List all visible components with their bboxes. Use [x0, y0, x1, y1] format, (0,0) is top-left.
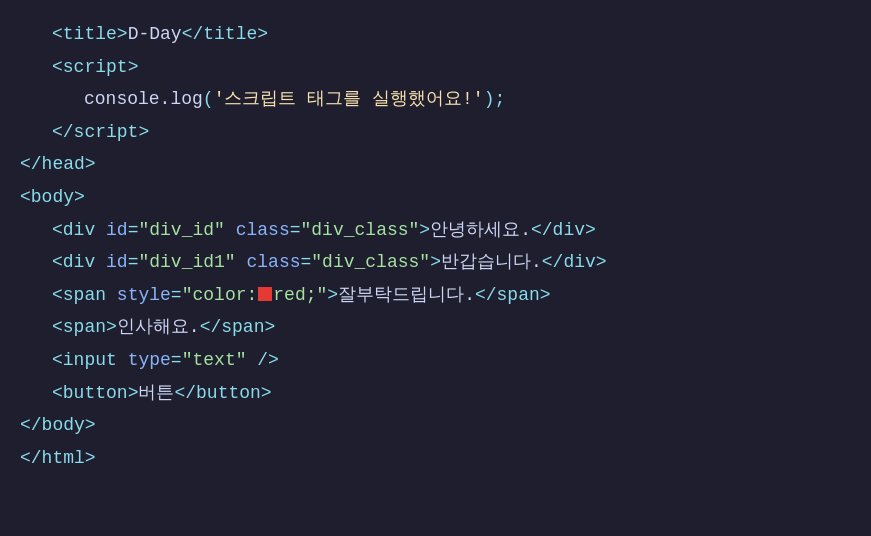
punct-lt2: <: [52, 52, 63, 83]
button-text: 버튼: [138, 378, 174, 409]
line-button: <button>버튼</button>: [0, 377, 871, 410]
div2-space1: [95, 247, 106, 278]
div1-space2: [225, 215, 236, 246]
div2-text: 반갑습니다.: [441, 247, 542, 278]
div1-class-val: "div_class": [301, 215, 420, 246]
line-html-close: </html>: [0, 442, 871, 475]
div2-tag: div: [63, 247, 95, 278]
input-eq: =: [171, 345, 182, 376]
line-console: console.log('스크립트 태그를 실행했어요!');: [0, 83, 871, 116]
div2-lt: <: [52, 247, 63, 278]
title-text: D-Day: [128, 19, 182, 50]
div2-close-tag: div: [563, 247, 595, 278]
line-div2: <div id="div_id1" class="div_class">반갑습니…: [0, 246, 871, 279]
span1-eq: =: [171, 280, 182, 311]
span2-text: 인사해요.: [117, 312, 200, 343]
span1-text: 잘부탁드립니다.: [338, 280, 475, 311]
button-tag: button: [63, 378, 128, 409]
line-body-open: <body>: [0, 181, 871, 214]
line-script-open: <script>: [0, 51, 871, 84]
div1-text: 안녕하세요.: [430, 215, 531, 246]
line-span1: <span style="color:red;">잘부탁드립니다.</span>: [0, 279, 871, 312]
div2-eq1: =: [128, 247, 139, 278]
console-arg: '스크립트 태그를 실행했어요!': [214, 84, 484, 115]
span2-close-gt: >: [264, 312, 275, 343]
div2-id-attr: id: [106, 247, 128, 278]
div1-id-attr: id: [106, 215, 128, 246]
line-body-close: </body>: [0, 409, 871, 442]
tag-script: script: [63, 52, 128, 83]
div2-id-val: "div_id1": [138, 247, 235, 278]
span1-close-gt: >: [540, 280, 551, 311]
span1-tag: span: [63, 280, 106, 311]
div1-eq2: =: [290, 215, 301, 246]
console-log: console.log: [84, 84, 203, 115]
paren-close: );: [484, 84, 506, 115]
div1-class-attr: class: [236, 215, 290, 246]
span2-close-tag: span: [221, 312, 264, 343]
line-head-close: </head>: [0, 148, 871, 181]
button-gt: >: [128, 378, 139, 409]
punct-lt-close1: </: [182, 19, 204, 50]
line-span2: <span>인사해요.</span>: [0, 311, 871, 344]
div1-tag: div: [63, 215, 95, 246]
punct-gt1: >: [117, 19, 128, 50]
span1-gt: >: [327, 280, 338, 311]
code-editor: <title>D-Day</title> <script> console.lo…: [0, 10, 871, 482]
span1-style-val1: "color:: [182, 280, 258, 311]
button-lt: <: [52, 378, 63, 409]
div2-gt: >: [430, 247, 441, 278]
input-type-val: "text": [182, 345, 247, 376]
button-close-tag: button: [196, 378, 261, 409]
input-lt: <: [52, 345, 63, 376]
div1-eq1: =: [128, 215, 139, 246]
div1-id-val: "div_id": [138, 215, 224, 246]
red-square-icon: [258, 287, 272, 301]
div1-space1: [95, 215, 106, 246]
body-close-text: </body>: [20, 410, 96, 441]
span2-tag: span: [63, 312, 106, 343]
line-script-close: </script>: [0, 116, 871, 149]
head-close-text: </head>: [20, 149, 96, 180]
span1-close-lt: </: [475, 280, 497, 311]
input-space: [117, 345, 128, 376]
span2-lt: <: [52, 312, 63, 343]
punct-lt1: <: [52, 19, 63, 50]
span1-space: [106, 280, 117, 311]
input-type-attr: type: [128, 345, 171, 376]
div2-space2: [236, 247, 247, 278]
input-self-close: />: [246, 345, 278, 376]
punct-lt-close2: </: [52, 117, 74, 148]
tag-script-close: script: [74, 117, 139, 148]
button-close-gt: >: [261, 378, 272, 409]
div1-gt: >: [419, 215, 430, 246]
span1-lt: <: [52, 280, 63, 311]
span1-style-val2: red;": [273, 280, 327, 311]
span2-gt: >: [106, 312, 117, 343]
input-tag: input: [63, 345, 117, 376]
html-close-text: </html>: [20, 443, 96, 474]
span2-close-lt: </: [200, 312, 222, 343]
tag-title-close: title: [203, 19, 257, 50]
paren-open: (: [203, 84, 214, 115]
body-open-text: <body>: [20, 182, 85, 213]
div1-close-tag: div: [553, 215, 585, 246]
div2-class-val: "div_class": [311, 247, 430, 278]
punct-gt2: >: [128, 52, 139, 83]
span1-close-tag: span: [497, 280, 540, 311]
line-input: <input type="text" />: [0, 344, 871, 377]
line-div1: <div id="div_id" class="div_class">안녕하세요…: [0, 214, 871, 247]
div2-class-attr: class: [246, 247, 300, 278]
div1-lt: <: [52, 215, 63, 246]
div1-close-lt: </: [531, 215, 553, 246]
tag-title: title: [63, 19, 117, 50]
span1-style-attr: style: [117, 280, 171, 311]
div2-close-gt: >: [596, 247, 607, 278]
line-title: <title>D-Day</title>: [0, 18, 871, 51]
div2-eq2: =: [301, 247, 312, 278]
punct-gt-close1: >: [257, 19, 268, 50]
button-close-lt: </: [174, 378, 196, 409]
div1-close-gt: >: [585, 215, 596, 246]
div2-close-lt: </: [542, 247, 564, 278]
punct-gt-close2: >: [138, 117, 149, 148]
